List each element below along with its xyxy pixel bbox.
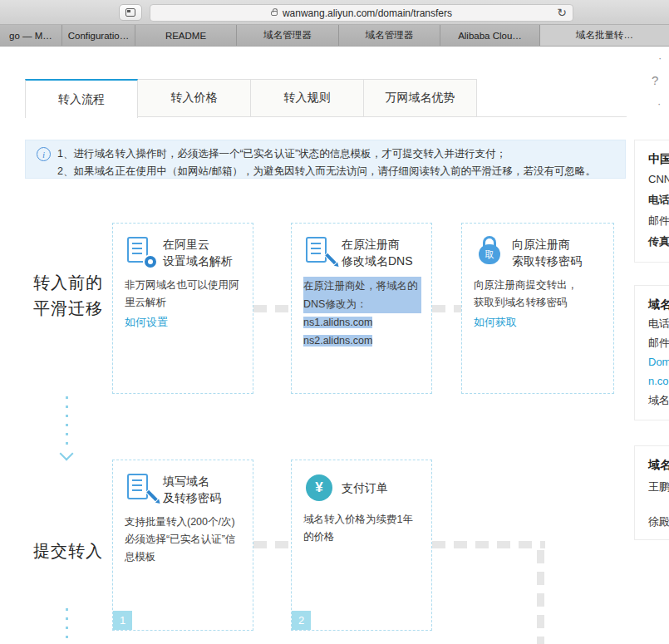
card-body-line: 支持批量转入(200个/次) xyxy=(125,514,243,531)
sidebar-item: 域名 xyxy=(648,391,669,410)
document-pencil-icon xyxy=(125,472,156,504)
sidebar-item: 电话 xyxy=(648,189,669,210)
document-gear-icon xyxy=(125,235,156,267)
safari-window: wanwang.aliyun.com/domain/transfers ↻ go… xyxy=(0,0,669,644)
lock-password-icon: 取 xyxy=(474,235,505,267)
dotted-flow-line xyxy=(66,396,68,448)
document-pencil-icon xyxy=(303,235,335,267)
arrow-down-icon xyxy=(60,447,74,461)
connector-dashed xyxy=(432,305,461,312)
card-body-line: 必须选择“已实名认证”信息模板 xyxy=(125,531,243,566)
card-pay-order: ¥ 支付订单 域名转入价格为续费1年 的价格 2 xyxy=(291,460,432,631)
browser-tab[interactable]: 域名管理器 xyxy=(339,25,440,46)
tab-overview-icon xyxy=(125,8,135,17)
step-number-badge: 1 xyxy=(113,611,132,630)
sidebar-link[interactable]: Dom xyxy=(648,352,669,371)
sidebar-header: 中国 xyxy=(648,149,669,169)
tab-transfer-rules[interactable]: 转入规则 xyxy=(251,79,364,117)
step-number-badge: 2 xyxy=(292,611,311,630)
sidebar-item: CNN xyxy=(648,169,669,189)
browser-tab[interactable]: Configuratio… xyxy=(62,25,135,46)
help-question-icon[interactable]: ? xyxy=(652,73,658,87)
browser-tab[interactable]: 域名管理器 xyxy=(237,25,339,46)
card-title: 在阿里云 xyxy=(163,236,233,253)
lock-icon xyxy=(271,11,278,16)
info-icon: i xyxy=(37,147,51,161)
how-to-set-link[interactable]: 如何设置 xyxy=(113,312,253,330)
connector-dashed-vertical xyxy=(537,550,544,644)
browser-tab[interactable]: go — M… xyxy=(0,25,62,46)
card-title: 填写域名 xyxy=(163,473,221,489)
sidebar-item: 传真 xyxy=(648,231,669,252)
sidebar-contact-box: 中国 CNN 电话 邮件 传真 xyxy=(634,140,669,263)
page-tab-nav: 转入流程 转入价格 转入规则 万网域名优势 xyxy=(25,79,627,117)
card-fill-domain-password: 填写域名 及转移密码 支持批量转入(200个/次) 必须选择“已实名认证”信息模… xyxy=(112,460,253,631)
help-widget-dot: · xyxy=(657,97,661,110)
selected-line: 在原注册商处，将域名的 xyxy=(303,277,421,295)
notice-line-2: 2、如果域名正在使用中（如网站/邮箱），为避免因转入而无法访问，请仔细阅读转入前… xyxy=(57,163,596,180)
connector-dashed xyxy=(253,541,291,548)
selected-line: ns1.alidns.com xyxy=(303,317,372,328)
sidebar-item: 邮件 xyxy=(648,210,669,231)
dotted-flow-line xyxy=(66,608,68,644)
browser-tab[interactable]: README xyxy=(135,25,237,46)
browser-tab[interactable]: Alibaba Clou… xyxy=(440,25,540,46)
notice-banner: i 1、进行域名转入操作时，必须选择一个“已实名认证”状态的信息模板，才可提交转… xyxy=(25,140,626,179)
browser-toolbar: wanwang.aliyun.com/domain/transfers ↻ xyxy=(0,0,669,25)
card-get-transfer-password: 取 向原注册商 索取转移密码 向原注册商提交转出， 获取到域名转移密码 如何获取 xyxy=(461,223,614,394)
browser-tab-bar: go — M… Configuratio… README 域名管理器 域名管理器… xyxy=(0,25,669,47)
card-body-line: 的价格 xyxy=(303,528,421,546)
notice-line-1: 1、进行域名转入操作时，必须选择一个“已实名认证”状态的信息模板，才可提交转入并… xyxy=(57,145,596,163)
card-body-line: 向原注册商提交转出， xyxy=(474,277,603,294)
card-body-line: 域名转入价格为续费1年 xyxy=(303,511,421,528)
refresh-icon[interactable]: ↻ xyxy=(557,6,567,19)
section-label-pre-transfer: 转入前的 平滑迁移 xyxy=(33,270,103,322)
tab-domain-advantage[interactable]: 万网域名优势 xyxy=(364,79,477,117)
sidebar-link[interactable]: n.co xyxy=(648,371,669,391)
card-title: 在原注册商 xyxy=(342,236,413,253)
sidebar-item: 徐殿 xyxy=(648,514,669,529)
card-title: 向原注册商 xyxy=(512,236,582,253)
card-title: 修改域名DNS xyxy=(342,253,413,269)
sidebar-header: 域名 xyxy=(648,455,669,474)
card-title: 索取转移密码 xyxy=(512,253,582,269)
sidebar-item: 电话 xyxy=(648,314,669,333)
tab-transfer-price[interactable]: 转入价格 xyxy=(138,79,251,117)
url-text: wanwang.aliyun.com/domain/transfers xyxy=(283,7,452,19)
card-set-dns-on-aliyun: 在阿里云 设置域名解析 非万网域名也可以使用阿里云解析 如何设置 xyxy=(112,223,253,394)
selected-line: DNS修改为： xyxy=(303,295,421,313)
sidebar-names-box: 域名 王鹏 徐殿 xyxy=(634,445,669,540)
card-body: 非万网域名也可以使用阿里云解析 xyxy=(113,269,253,312)
card-title: 设置域名解析 xyxy=(163,253,233,269)
card-modify-dns: 在原注册商 修改域名DNS 在原注册商处，将域名的 DNS修改为： ns1.al… xyxy=(291,223,432,394)
sidebar-item: 邮件 xyxy=(648,333,669,352)
card-title: 及转移密码 xyxy=(163,489,221,506)
how-to-get-link[interactable]: 如何获取 xyxy=(462,312,613,330)
connector-dashed xyxy=(253,305,291,312)
card-body-line: 获取到域名转移密码 xyxy=(474,294,603,312)
selected-line: ns2.alidns.com xyxy=(303,335,372,347)
address-bar[interactable]: wanwang.aliyun.com/domain/transfers ↻ xyxy=(150,4,573,22)
connector-dashed xyxy=(432,541,545,548)
help-widget-dot: · xyxy=(658,52,662,64)
tab-overview-button[interactable] xyxy=(119,4,142,21)
browser-tab-active[interactable]: 域名批量转… xyxy=(540,25,669,46)
yuan-pay-icon: ¥ xyxy=(303,472,335,504)
selected-text-block: 在原注册商处，将域名的 DNS修改为： ns1.alidns.com ns2.a… xyxy=(292,269,431,350)
sidebar-item: 王鹏 xyxy=(648,479,669,494)
card-title: 支付订单 xyxy=(342,479,388,496)
sidebar-header: 域名 xyxy=(648,294,669,314)
section-label-submit-transfer: 提交转入 xyxy=(33,538,103,564)
sidebar-domain-box: 域名 电话 邮件 Dom n.co 域名 xyxy=(634,285,669,420)
tab-transfer-process[interactable]: 转入流程 xyxy=(25,79,138,118)
